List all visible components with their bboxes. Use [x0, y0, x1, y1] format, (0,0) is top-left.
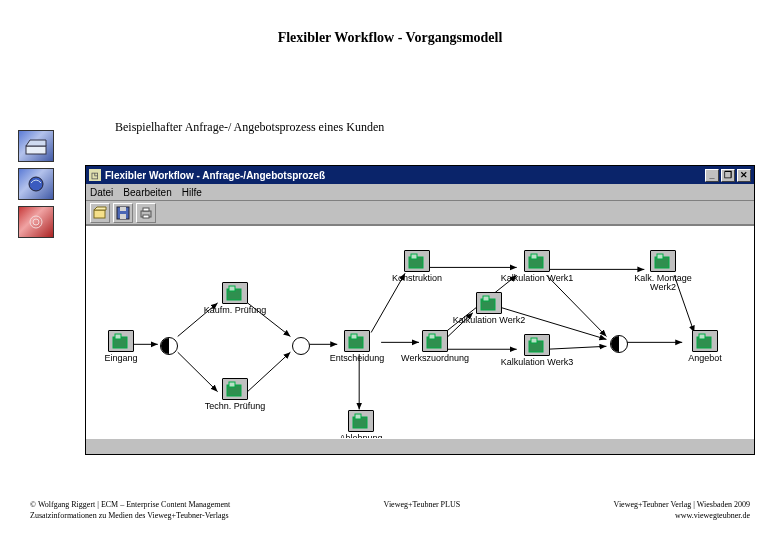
node-label: Konstruktion	[377, 274, 457, 283]
task-icon	[524, 334, 550, 356]
footer-url: www.viewegteubner.de	[614, 511, 750, 520]
footer-subline: Zusatzinformationen zu Medien des Vieweg…	[30, 511, 230, 520]
node-kalk-werk1[interactable]: Kalkulation Werk1	[506, 250, 568, 283]
node-label: Techn. Prüfung	[195, 402, 275, 411]
svg-rect-51	[531, 338, 537, 343]
task-icon	[650, 250, 676, 272]
node-label: Werkszuordnung	[395, 354, 475, 363]
node-kalk-werk2[interactable]: Kalkulation Werk2	[458, 292, 520, 325]
toolbar	[86, 201, 754, 225]
node-kalk-werk3[interactable]: Kalkulation Werk3	[506, 334, 568, 367]
node-techn-pruefung[interactable]: Techn. Prüfung	[204, 378, 266, 411]
svg-rect-39	[351, 334, 357, 339]
node-kalk-montage[interactable]: Kalk. Montage Werk2	[632, 250, 694, 293]
menu-help[interactable]: Hilfe	[182, 187, 202, 198]
node-kaufm-pruefung[interactable]: Kaufm. Prüfung	[204, 282, 266, 315]
svg-line-27	[547, 275, 607, 336]
svg-point-4	[33, 219, 39, 225]
svg-rect-41	[355, 414, 361, 419]
svg-point-2	[29, 177, 43, 191]
workflow-canvas[interactable]: Eingang Kaufm. Prüfung Techn. Prüfung En…	[86, 225, 754, 438]
window-title: Flexibler Workflow - Anfrage-/Angebotspr…	[105, 170, 325, 181]
node-werkszuordnung[interactable]: Werkszuordnung	[404, 330, 466, 363]
minimize-button[interactable]: _	[705, 169, 719, 182]
node-angebot[interactable]: Angebot	[674, 330, 736, 363]
node-label: Ablehnung	[321, 434, 401, 438]
svg-rect-55	[699, 334, 705, 339]
menu-file[interactable]: Datei	[90, 187, 113, 198]
task-icon	[348, 410, 374, 432]
svg-rect-35	[229, 286, 235, 291]
gateway-split-1[interactable]	[160, 337, 178, 355]
svg-rect-5	[94, 210, 105, 218]
svg-marker-1	[26, 140, 46, 146]
slide-thumbnails	[18, 130, 54, 238]
node-label: Eingang	[86, 354, 161, 363]
toolbar-print-icon[interactable]	[136, 203, 156, 223]
close-button[interactable]: ✕	[737, 169, 751, 182]
svg-marker-6	[94, 207, 106, 210]
menu-edit[interactable]: Bearbeiten	[123, 187, 171, 198]
node-label: Angebot	[665, 354, 745, 363]
task-icon	[524, 250, 550, 272]
task-icon	[108, 330, 134, 352]
svg-rect-37	[229, 382, 235, 387]
toolbar-save-icon[interactable]	[113, 203, 133, 223]
svg-point-3	[30, 216, 42, 228]
gateway-join-2[interactable]	[610, 335, 628, 353]
svg-rect-12	[143, 215, 149, 218]
menu-bar: Datei Bearbeiten Hilfe	[86, 184, 754, 201]
status-bar	[86, 438, 754, 454]
thumb-3[interactable]	[18, 206, 54, 238]
app-icon: ◳	[89, 169, 101, 181]
toolbar-open-icon[interactable]	[90, 203, 110, 223]
window-titlebar: ◳ Flexibler Workflow - Anfrage-/Angebots…	[86, 166, 754, 184]
svg-rect-0	[26, 146, 46, 154]
task-icon	[692, 330, 718, 352]
svg-rect-43	[411, 254, 417, 259]
app-window: ◳ Flexibler Workflow - Anfrage-/Angebots…	[85, 165, 755, 455]
task-icon	[344, 330, 370, 352]
svg-rect-9	[120, 207, 126, 211]
gateway-join-1[interactable]	[292, 337, 310, 355]
thumb-1[interactable]	[18, 130, 54, 162]
node-ablehnung[interactable]: Ablehnung	[330, 410, 392, 438]
node-eingang[interactable]: Eingang	[90, 330, 152, 363]
thumb-2[interactable]	[18, 168, 54, 200]
node-label: Kalk. Montage Werk2	[623, 274, 703, 293]
node-label: Kalkulation Werk2	[449, 316, 529, 325]
svg-rect-11	[143, 208, 149, 211]
task-icon	[404, 250, 430, 272]
node-entscheidung[interactable]: Entscheidung	[326, 330, 388, 363]
page-footer: © Wolfgang Riggert | ECM – Enterprise Co…	[30, 500, 750, 520]
svg-rect-8	[120, 214, 126, 219]
footer-publisher: Vieweg+Teubner Verlag | Wiesbaden 2009	[614, 500, 750, 509]
task-icon	[422, 330, 448, 352]
footer-brand: Vieweg+Teubner PLUS	[384, 500, 461, 509]
task-icon	[222, 378, 248, 400]
task-icon	[222, 282, 248, 304]
maximize-button[interactable]: ❐	[721, 169, 735, 182]
node-label: Kaufm. Prüfung	[195, 306, 275, 315]
svg-rect-53	[657, 254, 663, 259]
svg-rect-33	[115, 334, 121, 339]
node-label: Kalkulation Werk1	[497, 274, 577, 283]
svg-rect-47	[531, 254, 537, 259]
footer-copyright: © Wolfgang Riggert | ECM – Enterprise Co…	[30, 500, 230, 509]
node-label: Kalkulation Werk3	[497, 358, 577, 367]
svg-rect-49	[483, 296, 489, 301]
task-icon	[476, 292, 502, 314]
node-konstruktion[interactable]: Konstruktion	[386, 250, 448, 283]
page-subtitle: Beispielhafter Anfrage-/ Angebotsprozess…	[115, 120, 384, 135]
page-title: Flexibler Workflow - Vorgangsmodell	[0, 30, 780, 46]
svg-rect-45	[429, 334, 435, 339]
node-label: Entscheidung	[317, 354, 397, 363]
